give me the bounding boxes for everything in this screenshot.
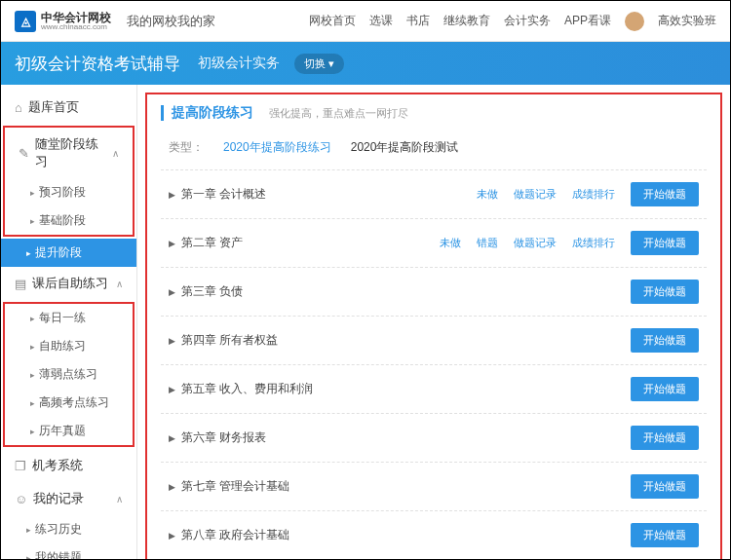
sidebar-item-advance[interactable]: 提升阶段 bbox=[1, 239, 136, 267]
sidebar-item-history[interactable]: 练习历史 bbox=[1, 515, 136, 543]
chapter-actions: 开始做题 bbox=[631, 377, 699, 401]
caret-right-icon[interactable]: ▶ bbox=[169, 239, 175, 248]
caret-right-icon[interactable]: ▶ bbox=[169, 336, 175, 346]
chapter-link[interactable]: 做题记录 bbox=[514, 187, 557, 202]
type-tab-test[interactable]: 2020年提高阶段测试 bbox=[351, 139, 459, 156]
chapter-actions: 未做做题记录成绩排行开始做题 bbox=[477, 182, 699, 206]
chapter-name: 第五章 收入、费用和利润 bbox=[181, 381, 313, 397]
sidebar-item-basic[interactable]: 基础阶段 bbox=[5, 206, 133, 235]
nav-bookstore[interactable]: 书店 bbox=[406, 13, 430, 29]
sidebar-section-exam[interactable]: ❐ 机考系统 bbox=[1, 449, 136, 482]
sidebar-item-preview[interactable]: 预习阶段 bbox=[5, 178, 133, 206]
sidebar-item-weak[interactable]: 薄弱点练习 bbox=[5, 360, 133, 389]
sidebar-item-past[interactable]: 历年真题 bbox=[5, 417, 133, 445]
chapter-name: 第六章 财务报表 bbox=[181, 429, 266, 446]
nav-edu[interactable]: 继续教育 bbox=[443, 13, 490, 29]
chapter-link[interactable]: 成绩排行 bbox=[572, 187, 615, 202]
banner-subject: 初级会计实务 bbox=[198, 55, 280, 72]
top-nav: 网校首页 选课 书店 继续教育 会计实务 APP看课 高效实验班 bbox=[309, 12, 716, 31]
nav-practice[interactable]: 会计实务 bbox=[504, 13, 551, 29]
start-button[interactable]: 开始做题 bbox=[631, 231, 699, 255]
sidebar-section-stage[interactable]: ✎ 随堂阶段练习 ∧ bbox=[5, 128, 133, 178]
banner-title: 初级会计资格考试辅导 bbox=[15, 53, 180, 75]
main-title-row: 提高阶段练习 强化提高，重点难点一网打尽 bbox=[161, 104, 707, 122]
caret-right-icon[interactable]: ▶ bbox=[169, 531, 175, 541]
chapter-name: 第七章 管理会计基础 bbox=[181, 478, 289, 495]
start-button[interactable]: 开始做题 bbox=[631, 377, 699, 401]
chapter-link[interactable]: 未做 bbox=[477, 187, 498, 202]
chapter-actions: 开始做题 bbox=[631, 280, 699, 304]
sidebar-section-label: 课后自助练习 bbox=[32, 275, 108, 292]
start-button[interactable]: 开始做题 bbox=[631, 328, 699, 353]
avatar[interactable] bbox=[625, 12, 644, 31]
chapter-name: 第二章 资产 bbox=[181, 235, 243, 251]
chapter-link[interactable]: 错题 bbox=[477, 236, 498, 250]
caret-right-icon[interactable]: ▶ bbox=[169, 482, 175, 492]
sidebar: ⌂ 题库首页 ✎ 随堂阶段练习 ∧ 预习阶段 基础阶段 提升阶段 ▤ 课后自助练… bbox=[1, 85, 137, 559]
banner: 初级会计资格考试辅导 初级会计实务 切换 ▾ bbox=[1, 42, 730, 85]
sidebar-section-record[interactable]: ☺ 我的记录 ∧ bbox=[1, 482, 136, 515]
chevron-up-icon: ∧ bbox=[112, 148, 119, 159]
chapter-name: 第四章 所有者权益 bbox=[181, 332, 278, 349]
logo-icon: ◬ bbox=[15, 11, 36, 32]
chapter-row: ▶第四章 所有者权益开始做题 bbox=[161, 317, 707, 365]
person-icon: ☺ bbox=[15, 492, 27, 506]
header: ◬ 中华会计网校 www.chinaacc.com 我的网校我的家 网校首页 选… bbox=[1, 1, 730, 42]
page-title: 提高阶段练习 bbox=[172, 104, 253, 122]
chapter-link[interactable]: 成绩排行 bbox=[572, 236, 615, 250]
sidebar-home[interactable]: ⌂ 题库首页 bbox=[1, 91, 136, 124]
chapter-row: ▶第二章 资产未做错题做题记录成绩排行开始做题 bbox=[161, 219, 707, 268]
pencil-icon: ✎ bbox=[19, 146, 29, 161]
type-tab-practice[interactable]: 2020年提高阶段练习 bbox=[223, 139, 331, 156]
logo[interactable]: ◬ 中华会计网校 www.chinaacc.com bbox=[15, 11, 111, 32]
chapter-actions: 开始做题 bbox=[631, 523, 699, 547]
start-button[interactable]: 开始做题 bbox=[631, 182, 699, 206]
start-button[interactable]: 开始做题 bbox=[631, 523, 699, 547]
chapter-row: ▶第三章 负债开始做题 bbox=[161, 268, 707, 317]
chevron-up-icon: ∧ bbox=[116, 494, 123, 504]
promo-link[interactable]: 高效实验班 bbox=[658, 13, 716, 29]
chapter-actions: 开始做题 bbox=[631, 328, 699, 353]
slogan: 我的网校我的家 bbox=[127, 13, 215, 30]
sidebar-item-daily[interactable]: 每日一练 bbox=[5, 304, 133, 332]
sidebar-item-self[interactable]: 自助练习 bbox=[5, 332, 133, 360]
chapter-row: ▶第七章 管理会计基础开始做题 bbox=[161, 463, 707, 511]
title-accent bbox=[161, 105, 164, 121]
sidebar-section-label: 随堂阶段练习 bbox=[35, 135, 106, 170]
caret-right-icon[interactable]: ▶ bbox=[169, 287, 175, 297]
chapter-row: ▶第五章 收入、费用和利润开始做题 bbox=[161, 365, 707, 414]
start-button[interactable]: 开始做题 bbox=[631, 474, 699, 499]
type-filter-row: 类型： 2020年提高阶段练习 2020年提高阶段测试 bbox=[161, 135, 707, 170]
chevron-up-icon: ∧ bbox=[116, 279, 123, 289]
caret-right-icon[interactable]: ▶ bbox=[169, 385, 175, 394]
start-button[interactable]: 开始做题 bbox=[631, 426, 699, 450]
sidebar-home-label: 题库首页 bbox=[28, 98, 79, 116]
sidebar-section-self[interactable]: ▤ 课后自助练习 ∧ bbox=[1, 267, 136, 300]
chapter-row: ▶第八章 政府会计基础开始做题 bbox=[161, 511, 707, 559]
nav-home[interactable]: 网校首页 bbox=[309, 13, 356, 29]
type-label: 类型： bbox=[169, 139, 204, 156]
book-icon: ▤ bbox=[15, 277, 26, 291]
chapter-row: ▶第一章 会计概述未做做题记录成绩排行开始做题 bbox=[161, 170, 707, 219]
caret-right-icon[interactable]: ▶ bbox=[169, 433, 175, 443]
chapter-actions: 开始做题 bbox=[631, 426, 699, 450]
switch-button[interactable]: 切换 ▾ bbox=[294, 54, 344, 74]
chapter-name: 第三章 负债 bbox=[181, 283, 243, 300]
nav-courses[interactable]: 选课 bbox=[369, 13, 393, 29]
page-subtitle: 强化提高，重点难点一网打尽 bbox=[269, 106, 408, 121]
start-button[interactable]: 开始做题 bbox=[631, 280, 699, 304]
logo-title: 中华会计网校 bbox=[41, 12, 111, 23]
sidebar-section-label: 机考系统 bbox=[32, 457, 83, 474]
nav-app[interactable]: APP看课 bbox=[564, 13, 611, 29]
chapter-link[interactable]: 做题记录 bbox=[514, 236, 557, 250]
chapter-name: 第八章 政府会计基础 bbox=[181, 527, 289, 543]
sidebar-section-label: 我的记录 bbox=[33, 490, 84, 507]
chapter-link[interactable]: 未做 bbox=[440, 236, 461, 250]
caret-right-icon[interactable]: ▶ bbox=[169, 190, 175, 200]
chapter-name: 第一章 会计概述 bbox=[181, 186, 266, 203]
logo-url: www.chinaacc.com bbox=[41, 23, 111, 31]
monitor-icon: ❐ bbox=[15, 459, 26, 473]
sidebar-item-freq[interactable]: 高频考点练习 bbox=[5, 389, 133, 417]
home-icon: ⌂ bbox=[15, 100, 22, 115]
sidebar-item-wrong[interactable]: 我的错题 bbox=[1, 543, 136, 559]
